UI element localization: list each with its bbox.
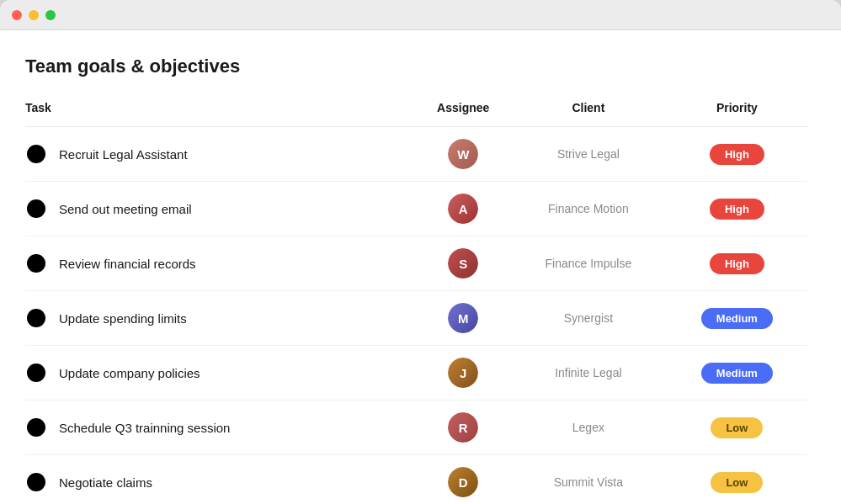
assignee-cell-6: R: [417, 401, 510, 455]
table-row: Review financial recordsSFinance Impulse…: [25, 236, 807, 291]
assignee-cell-2: A: [417, 182, 510, 236]
minimize-button[interactable]: [29, 10, 39, 20]
priority-badge: Low: [711, 417, 763, 438]
assignee-cell-3: S: [417, 236, 510, 291]
priority-cell-7: Low: [667, 455, 807, 505]
avatar: S: [448, 248, 478, 279]
avatar: J: [448, 358, 478, 388]
main-content: Team goals & objectives Task Assignee Cl…: [0, 30, 841, 504]
client-cell-5: Infinite Legal: [510, 346, 667, 401]
check-complete-icon: [25, 362, 47, 384]
page-title: Team goals & objectives: [25, 56, 807, 77]
table-row: Schedule Q3 trainning sessionRLegexLow: [25, 401, 807, 455]
client-cell-1: Strive Legal: [510, 127, 667, 182]
app-window: Team goals & objectives Task Assignee Cl…: [0, 0, 841, 504]
table-row: Negotiate claimsDSummit VistaLow: [25, 455, 807, 505]
tasks-table: Task Assignee Client Priority Recruit Le…: [25, 101, 807, 504]
task-cell-4: Update spending limits: [25, 291, 417, 346]
client-cell-4: Synergist: [510, 291, 667, 346]
check-pending-icon: [25, 416, 47, 438]
task-name: Recruit Legal Assistant: [59, 147, 188, 162]
table-header-row: Task Assignee Client Priority: [25, 101, 807, 127]
task-name: Negotiate claims: [59, 475, 152, 490]
priority-badge: Low: [711, 472, 763, 493]
avatar: A: [448, 194, 478, 224]
client-cell-2: Finance Motion: [510, 182, 667, 236]
priority-badge: High: [710, 144, 764, 165]
avatar: R: [448, 412, 478, 443]
task-name: Update company policies: [59, 366, 200, 380]
table-row: Update company policiesJInfinite LegalMe…: [25, 346, 807, 401]
title-bar: [0, 0, 841, 30]
assignee-cell-7: D: [417, 455, 510, 505]
col-header-assignee: Assignee: [417, 101, 510, 127]
priority-cell-1: High: [667, 127, 807, 182]
client-cell-3: Finance Impulse: [510, 236, 667, 291]
priority-cell-5: Medium: [667, 346, 807, 401]
avatar: D: [448, 467, 478, 497]
client-cell-6: Legex: [510, 401, 667, 455]
avatar: W: [448, 139, 478, 169]
assignee-cell-1: W: [417, 127, 510, 182]
close-button[interactable]: [12, 10, 22, 20]
table-row: Recruit Legal AssistantWStrive LegalHigh: [25, 127, 807, 182]
task-name: Send out meeting email: [59, 202, 192, 216]
task-name: Schedule Q3 trainning session: [59, 421, 230, 435]
col-header-client: Client: [510, 101, 667, 127]
col-header-priority: Priority: [667, 101, 807, 127]
check-complete-icon: [25, 198, 47, 220]
priority-cell-3: High: [667, 236, 807, 291]
task-cell-5: Update company policies: [25, 346, 417, 401]
task-cell-6: Schedule Q3 trainning session: [25, 401, 417, 455]
task-name: Update spending limits: [59, 311, 187, 326]
table-row: Update spending limitsMSynergistMedium: [25, 291, 807, 346]
task-cell-1: Recruit Legal Assistant: [25, 127, 417, 182]
client-cell-7: Summit Vista: [510, 455, 667, 505]
task-cell-2: Send out meeting email: [25, 182, 417, 236]
check-complete-icon: [25, 252, 47, 274]
table-row: Send out meeting emailAFinance MotionHig…: [25, 182, 807, 236]
assignee-cell-5: J: [417, 346, 510, 401]
priority-cell-6: Low: [667, 401, 807, 455]
priority-badge: Medium: [701, 363, 773, 384]
check-pending-icon: [25, 471, 47, 493]
task-cell-7: Negotiate claims: [25, 455, 417, 505]
task-cell-3: Review financial records: [25, 236, 417, 291]
avatar: M: [448, 303, 478, 333]
col-header-task: Task: [25, 101, 417, 127]
priority-cell-2: High: [667, 182, 807, 236]
assignee-cell-4: M: [417, 291, 510, 346]
priority-badge: Medium: [701, 308, 773, 329]
priority-cell-4: Medium: [667, 291, 807, 346]
priority-badge: High: [710, 199, 764, 220]
maximize-button[interactable]: [45, 10, 56, 20]
task-name: Review financial records: [59, 257, 196, 271]
check-complete-icon: [25, 307, 47, 329]
priority-badge: High: [710, 253, 764, 274]
check-complete-icon: [25, 143, 47, 165]
